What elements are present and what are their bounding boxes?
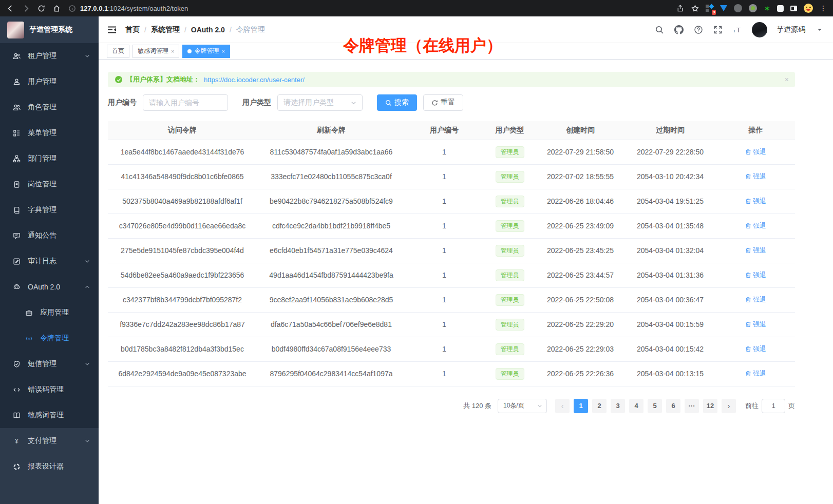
user-avatar[interactable]	[752, 22, 767, 37]
extension-grid-icon[interactable]: 9	[706, 5, 713, 12]
help-icon[interactable]	[693, 25, 704, 35]
user-type-select[interactable]: 请选择用户类型	[277, 94, 363, 111]
doc-link[interactable]: https://doc.iocoder.cn/user-center/	[204, 76, 305, 84]
sidebar-item-8[interactable]: 通知公告	[0, 223, 99, 248]
sidebar-logo[interactable]: 芋道管理系统	[0, 16, 99, 43]
sidebar-item-2[interactable]: 用户管理	[0, 69, 99, 94]
page-button-6[interactable]: 6	[666, 399, 680, 413]
sidebar-item-4[interactable]: 菜单管理	[0, 120, 99, 146]
sidebar-item-17[interactable]: 报表设计器	[0, 454, 99, 479]
breadcrumb-item-3[interactable]: OAuth 2.0	[191, 26, 225, 34]
github-icon[interactable]	[674, 25, 684, 35]
force-logout-button[interactable]: 强退	[745, 320, 766, 329]
sidebar-item-12[interactable]: A令牌管理	[0, 325, 99, 351]
tab-close-icon[interactable]: ×	[171, 48, 174, 54]
user-id-cell: 1	[406, 361, 483, 386]
force-logout-button[interactable]: 强退	[745, 344, 766, 354]
action-cell: 强退	[716, 140, 795, 164]
sidebar-item-10[interactable]: OAuth 2.0	[0, 274, 99, 300]
fullscreen-icon[interactable]	[713, 25, 723, 35]
page-button-2[interactable]: 2	[592, 399, 607, 413]
bookmark-star-icon[interactable]	[691, 4, 699, 12]
next-page-button[interactable]: ›	[722, 399, 736, 413]
forward-icon[interactable]	[22, 4, 30, 12]
page-button-5[interactable]: 5	[648, 399, 662, 413]
expire-time-cell: 2054-03-04 19:51:25	[624, 189, 716, 214]
force-logout-button[interactable]: 强退	[745, 270, 766, 280]
force-logout-button[interactable]: 强退	[745, 369, 766, 378]
sidebar-item-label: 令牌管理	[40, 334, 90, 343]
page-button-1[interactable]: 1	[574, 399, 588, 413]
gem-extension-icon[interactable]	[720, 5, 727, 11]
alert-close-icon[interactable]: ×	[785, 75, 789, 84]
refresh-token-cell: 811c530487574fa0af1a59d3abc1aa66	[257, 140, 406, 164]
report-designer-icon	[12, 462, 21, 471]
page-ellipsis[interactable]: ···	[685, 399, 699, 413]
org-chart-icon	[12, 154, 21, 163]
reload-icon[interactable]	[37, 4, 45, 12]
sidebar-item-3[interactable]: 角色管理	[0, 94, 99, 120]
tab-3[interactable]: 令牌管理×	[182, 45, 230, 58]
sidebar-item-6[interactable]: 岗位管理	[0, 171, 99, 197]
sidebar-item-label: 错误码管理	[28, 385, 90, 394]
total-count: 共 120 条	[463, 401, 491, 411]
sidebar-item-9[interactable]: 审计日志	[0, 248, 99, 274]
force-logout-button[interactable]: 强退	[745, 246, 766, 255]
page-button-3[interactable]: 3	[611, 399, 625, 413]
back-icon[interactable]	[6, 4, 14, 12]
search-icon[interactable]	[654, 25, 665, 35]
access-token-cell: 1ea5e44f8bc1467aaede43144f31de76	[108, 140, 257, 164]
browser-menu-icon[interactable]: ⋮	[820, 4, 827, 12]
user-id-input[interactable]	[143, 94, 228, 111]
sidebar-item-7[interactable]: 字典管理	[0, 197, 99, 223]
sidebar-fold-icon[interactable]	[107, 25, 117, 35]
search-button-label: 搜索	[394, 98, 409, 107]
search-button[interactable]: 搜索	[377, 94, 417, 111]
sidebar-item-1[interactable]: 租户管理	[0, 43, 99, 69]
page-button-12[interactable]: 12	[703, 399, 717, 413]
sidebar-item-5[interactable]: 部门管理	[0, 146, 99, 171]
sidebar-item-label: 敏感词管理	[28, 411, 90, 420]
force-logout-button[interactable]: 强退	[745, 221, 766, 230]
force-logout-button[interactable]: 强退	[745, 197, 766, 206]
breadcrumb-item-2[interactable]: 系统管理	[151, 25, 180, 34]
site-info-icon[interactable]	[68, 4, 76, 12]
svg-text:A: A	[28, 336, 30, 340]
page-size-select[interactable]: 10条/页	[498, 399, 547, 413]
green-dot-extension-icon[interactable]	[749, 4, 757, 12]
home-icon[interactable]	[52, 4, 61, 12]
sidebar-item-16[interactable]: ¥支付管理	[0, 428, 99, 454]
user-type-badge: 管理员	[496, 171, 524, 183]
user-type-badge: 管理员	[496, 343, 524, 355]
sidebar-item-11[interactable]: 应用管理	[0, 300, 99, 325]
breadcrumb-item-1[interactable]: 首页	[125, 25, 140, 34]
font-size-icon[interactable]: тT	[732, 25, 743, 35]
goto-page-input[interactable]	[762, 399, 785, 413]
round-extension-icon[interactable]	[734, 4, 742, 12]
user-menu-caret-icon[interactable]	[815, 25, 825, 35]
tab-2[interactable]: 敏感词管理×	[132, 45, 179, 58]
prev-page-button[interactable]: ‹	[555, 399, 570, 413]
refresh-token-cell: 8796295f04064c2983414cc54af1097a	[257, 361, 406, 386]
tab-1[interactable]: 首页	[107, 45, 129, 58]
green-star-extension-icon[interactable]: ✶	[764, 5, 770, 12]
address-bar[interactable]: 127.0.0.1:1024/system/oauth2/token	[68, 4, 669, 12]
page-button-4[interactable]: 4	[629, 399, 643, 413]
side-panel-icon[interactable]	[790, 6, 797, 11]
table-row: c347026e805e4d99b0d116eae66eda8ccdfc4ce9…	[108, 214, 795, 238]
extensions-puzzle-icon[interactable]	[777, 5, 784, 12]
profile-avatar-icon[interactable]	[804, 4, 813, 13]
user-id-cell: 1	[406, 164, 483, 189]
sidebar-item-13[interactable]: 短信管理	[0, 351, 99, 377]
share-icon[interactable]	[676, 4, 684, 12]
reset-button[interactable]: 重置	[423, 94, 463, 111]
force-logout-button[interactable]: 强退	[745, 295, 766, 304]
create-time-cell: 2022-06-25 22:50:08	[537, 287, 624, 312]
user-id-cell: 1	[406, 140, 483, 164]
force-logout-button[interactable]: 强退	[745, 172, 766, 181]
force-logout-button[interactable]: 强退	[745, 147, 766, 157]
tab-close-icon[interactable]: ×	[221, 48, 224, 54]
sidebar-item-14[interactable]: 错误码管理	[0, 377, 99, 402]
sidebar-item-15[interactable]: 敏感词管理	[0, 402, 99, 428]
username[interactable]: 芋道源码	[777, 25, 805, 34]
